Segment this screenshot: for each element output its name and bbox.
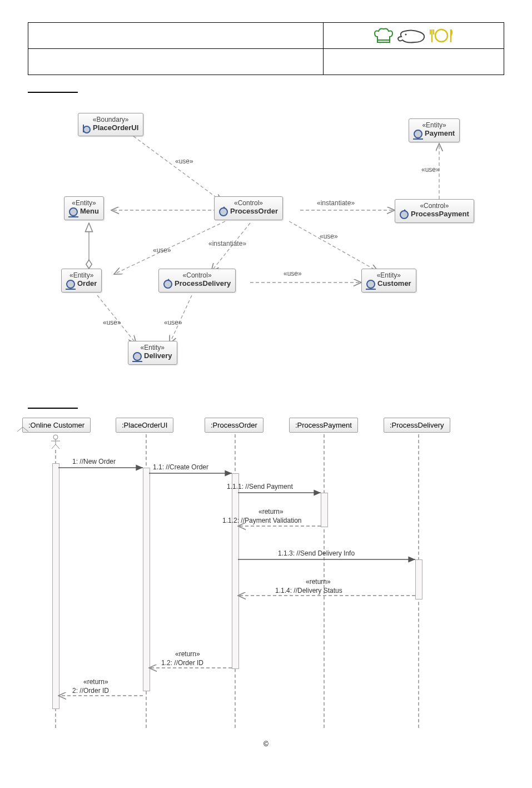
svg-line-21 — [52, 444, 56, 449]
lifeline-box: :PlaceOrderUI — [116, 418, 173, 433]
msg: «return» — [175, 650, 200, 658]
svg-line-22 — [56, 444, 59, 449]
svg-point-18 — [53, 435, 58, 439]
entity-icon — [414, 130, 422, 138]
edge-lbl: «use» — [175, 157, 193, 165]
uml-box-processdelivery: «Control» ProcessDelivery — [158, 269, 236, 293]
msg: 1.1: //Create Order — [153, 463, 208, 471]
svg-point-0 — [405, 34, 406, 36]
entity-icon — [69, 207, 78, 216]
edge-lbl: «instantiate» — [208, 240, 246, 247]
boundary-icon — [83, 125, 91, 132]
edge-lbl: «use» — [153, 246, 171, 254]
edge-lbl: «use» — [103, 319, 121, 326]
svg-point-1 — [435, 29, 448, 42]
uml-box-processpayment: «Control» ProcessPayment — [395, 199, 474, 223]
lifeline-box: :ProcessPayment — [289, 418, 358, 433]
control-icon — [163, 280, 172, 289]
header-table — [28, 22, 504, 75]
lifeline-box: :ProcessOrder — [205, 418, 263, 433]
msg: «return» — [258, 508, 284, 516]
header-cell-2l — [28, 49, 324, 75]
uc-realization-diagram: «use» «instantiate» «use» «use» «instant… — [39, 102, 504, 391]
actor-icon — [50, 434, 61, 450]
msg: 1.1.4: //Delivery Status — [275, 587, 342, 594]
msg: 1: //New Order — [72, 458, 116, 465]
page: «use» «instantiate» «use» «use» «instant… — [0, 0, 532, 765]
lifeline-box: :Online Customer — [22, 418, 91, 433]
utensils-icon — [429, 27, 454, 44]
entity-icon — [66, 280, 75, 289]
msg: 1.1.3: //Send Delivery Info — [278, 549, 355, 557]
msg: «return» — [83, 678, 108, 686]
header-cell-2r — [323, 49, 504, 75]
control-icon — [400, 210, 409, 219]
svg-line-16 — [17, 427, 23, 432]
activation-bar — [143, 468, 150, 691]
svg-line-11 — [289, 221, 378, 271]
msg: 1.1.1: //Send Payment — [227, 483, 293, 490]
msg: 2: //Order ID — [72, 687, 109, 695]
msg: 1.1.2: //Payment Validation — [222, 517, 302, 524]
edge-lbl: «use» — [421, 166, 440, 174]
control-icon — [219, 207, 228, 216]
edge-lbl: «use» — [284, 270, 302, 277]
pig-icon — [396, 27, 427, 44]
uml-box-delivery: «Entity» Delivery — [128, 341, 177, 365]
sequence-diagram: :Online Customer :PlaceOrderUI :ProcessO… — [17, 418, 504, 729]
entity-icon — [133, 352, 142, 361]
edge-lbl: «instantiate» — [317, 199, 355, 207]
msg: «return» — [306, 578, 331, 586]
header-logo-cell — [323, 23, 504, 49]
uml-box-customer: «Entity» Customer — [361, 269, 416, 293]
section1-underline — [28, 92, 78, 93]
lifeline-box: :ProcessDelivery — [384, 418, 450, 433]
footer-copyright: © — [28, 740, 504, 765]
edge-lbl: «use» — [320, 232, 338, 240]
activation-bar — [321, 493, 328, 527]
activation-bar — [415, 559, 422, 599]
activation-bar — [232, 473, 239, 669]
header-title — [28, 23, 324, 49]
edge-lbl: «use» — [164, 319, 182, 326]
svg-line-17 — [23, 427, 28, 432]
svg-line-5 — [133, 136, 222, 202]
section2-underline — [28, 408, 78, 409]
uml-box-order: «Entity» Order — [61, 269, 102, 293]
uml-box-placeorderui: «Boundary» PlaceOrderUI — [78, 113, 143, 136]
uml-box-menu: «Entity» Menu — [64, 196, 104, 220]
entity-icon — [366, 280, 375, 289]
chef-hat-icon — [373, 27, 394, 44]
uml-box-processorder: «Control» ProcessOrder — [214, 196, 283, 220]
msg: 1.2: //Order ID — [161, 659, 203, 667]
activation-bar — [52, 463, 59, 709]
uml-box-payment: «Entity» Payment — [409, 118, 460, 142]
